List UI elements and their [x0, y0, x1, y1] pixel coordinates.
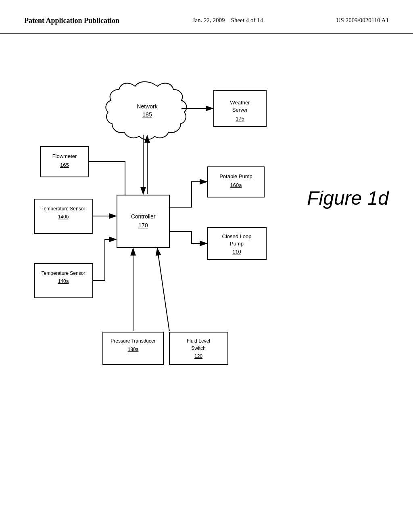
arrow-controller-potable: [169, 182, 207, 207]
temp-b-number: 140b: [58, 214, 69, 220]
header: Patent Application Publication Jan. 22, …: [0, 0, 413, 34]
flowmeter-label: Flowmeter: [52, 153, 77, 159]
svg-rect-2: [117, 195, 169, 247]
closed-loop-number: 110: [232, 249, 241, 255]
weather-server-label: Weather: [230, 100, 250, 106]
temp-b-label1: Temperature Sensor: [42, 206, 86, 212]
header-center-info: Jan. 22, 2009 Sheet 4 of 14: [193, 16, 263, 25]
weather-server-number: 175: [236, 116, 244, 122]
controller-label: Controller: [131, 213, 156, 220]
figure-label-text: Figure 1d: [307, 187, 389, 209]
closed-loop-label2: Pump: [230, 241, 244, 247]
temp-sensor-b-box: Temperature Sensor 140b: [34, 199, 93, 233]
network-cloud: Network 185: [106, 82, 186, 140]
potable-pump-box: Potable Pump 160a: [208, 167, 264, 197]
network-label: Network: [137, 103, 158, 110]
pressure-transducer-box: Pressure Transducer 180a: [103, 332, 163, 364]
figure-label: Figure 1d: [307, 187, 389, 209]
potable-pump-number: 160a: [230, 182, 242, 188]
flowmeter-box: Flowmeter 165: [40, 147, 89, 177]
controller-box: Controller 170: [117, 195, 169, 247]
fluid-number: 120: [194, 353, 202, 359]
temp-a-label1: Temperature Sensor: [42, 270, 86, 276]
sheet-text: Sheet 4 of 14: [231, 17, 263, 23]
weather-server-label2: Server: [232, 107, 248, 113]
pressure-label1: Pressure Transducer: [111, 338, 155, 344]
fluid-label1: Fluid Level: [187, 338, 210, 344]
diagram-svg: Network 185 Weather Server 175 Flowmeter…: [0, 34, 413, 497]
closed-loop-label1: Closed Loop: [222, 233, 252, 239]
arrow-fluid-controller: [157, 248, 169, 331]
arrow-tempa-controller: [93, 239, 116, 281]
patent-number: US 2009/0020110 A1: [336, 16, 389, 25]
title-text: Patent Application Publication: [24, 17, 119, 25]
patent-number-text: US 2009/0020110 A1: [336, 17, 389, 23]
fluid-level-switch-box: Fluid Level Switch 120: [169, 332, 228, 364]
pressure-number: 180a: [128, 347, 139, 352]
closed-loop-pump-box: Closed Loop Pump 110: [208, 227, 266, 260]
controller-number: 170: [138, 222, 148, 229]
temp-sensor-a-box: Temperature Sensor 140a: [34, 264, 93, 298]
date-text: Jan. 22, 2009: [193, 17, 225, 23]
network-number: 185: [142, 111, 152, 118]
fluid-label2: Switch: [191, 345, 205, 351]
page: Patent Application Publication Jan. 22, …: [0, 0, 413, 532]
weather-server-box: Weather Server 175: [214, 90, 266, 127]
arrow-controller-closed-loop: [169, 231, 207, 243]
diagram-area: Network 185 Weather Server 175 Flowmeter…: [0, 34, 413, 497]
potable-pump-label: Potable Pump: [219, 173, 252, 179]
flowmeter-number: 165: [60, 162, 69, 168]
publication-title: Patent Application Publication: [24, 16, 119, 25]
temp-a-number: 140a: [58, 278, 69, 284]
